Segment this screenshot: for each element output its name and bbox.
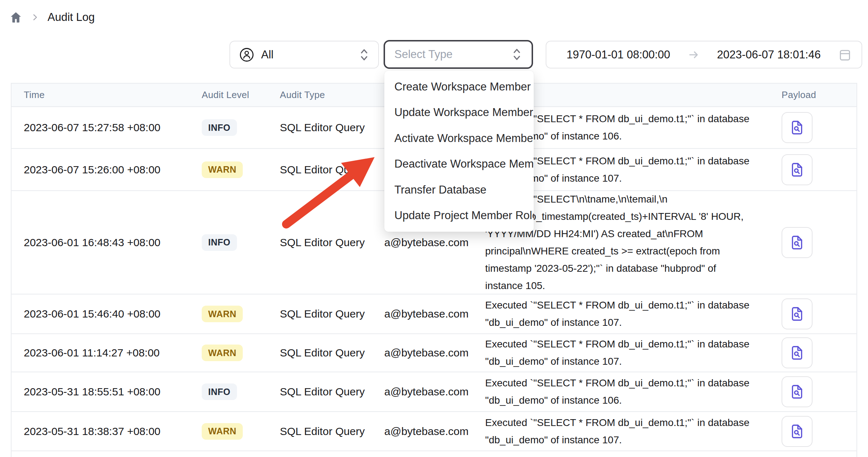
- type-option-update-workspace-member[interactable]: Update Workspace Member: [384, 100, 534, 126]
- payload-view-button[interactable]: [782, 416, 813, 447]
- file-search-icon: [789, 161, 805, 178]
- payload-view-button[interactable]: [782, 337, 813, 368]
- payload-view-button[interactable]: [782, 112, 813, 143]
- file-search-icon: [789, 423, 805, 440]
- cell-audit-type: SQL Editor Query: [280, 425, 384, 438]
- breadcrumb: Audit Log: [9, 9, 95, 26]
- audit-type-select[interactable]: Select Type: [384, 40, 533, 69]
- chevron-up-down-icon: [359, 47, 370, 63]
- file-search-icon: [789, 345, 805, 361]
- cell-time: 2023-06-01 11:14:27 +08:00: [12, 347, 202, 359]
- cell-audit-type: SQL Editor Query: [280, 121, 384, 134]
- cell-audit-type: SQL Editor Query: [280, 164, 384, 176]
- breadcrumb-chevron-icon: [30, 13, 40, 22]
- payload-view-button[interactable]: [782, 154, 813, 185]
- table-row: 2023-05-31 18:38:37 +08:00 WARN SQL Edit…: [12, 412, 856, 451]
- file-search-icon: [789, 383, 805, 400]
- type-option-deactivate-workspace-member[interactable]: Deactivate Workspace Member: [384, 151, 534, 177]
- table-row: 2023-06-01 15:46:40 +08:00 WARN SQL Edit…: [12, 294, 856, 334]
- payload-view-button[interactable]: [782, 376, 813, 407]
- cell-time: 2023-06-01 15:46:40 +08:00: [12, 308, 202, 320]
- table-row: 2023-06-01 11:14:27 +08:00 WARN SQL Edit…: [12, 334, 856, 372]
- audit-level-badge: WARN: [202, 306, 243, 322]
- cell-comment: Executed `"SELECT * FROM db_ui_demo.t1;"…: [485, 374, 768, 409]
- cell-actor: a@bytebase.com: [384, 386, 485, 398]
- calendar-icon[interactable]: [838, 48, 852, 62]
- file-search-icon: [789, 306, 805, 322]
- cell-actor: a@bytebase.com: [384, 308, 485, 320]
- cell-audit-type: SQL Editor Query: [280, 347, 384, 359]
- type-option-transfer-database[interactable]: Transfer Database: [384, 177, 534, 203]
- arrow-right-icon: [688, 49, 700, 61]
- col-header-level: Audit Level: [202, 89, 280, 101]
- audit-level-badge: WARN: [202, 345, 243, 361]
- cell-time: 2023-06-01 16:48:43 +08:00: [12, 236, 202, 249]
- cell-actor: a@bytebase.com: [384, 425, 485, 438]
- date-range-picker[interactable]: 1970-01-01 08:00:00 2023-06-07 18:01:46: [546, 41, 862, 68]
- audit-level-badge: INFO: [202, 119, 237, 136]
- audit-level-badge: INFO: [202, 383, 237, 400]
- audit-log-page: Audit Log All Select Type 1970-01-01 08:…: [0, 0, 868, 457]
- col-header-payload: Payload: [768, 89, 856, 101]
- date-range-start[interactable]: 1970-01-01 08:00:00: [567, 48, 670, 61]
- table-row: 2023-05-31 18:55:51 +08:00 INFO SQL Edit…: [12, 372, 856, 412]
- date-range-end[interactable]: 2023-06-07 18:01:46: [717, 48, 821, 61]
- cell-audit-type: SQL Editor Query: [280, 386, 384, 398]
- chevron-up-down-icon: [511, 46, 522, 62]
- cell-comment: Executed `"SELECT * FROM db_ui_demo.t1;"…: [485, 297, 768, 331]
- actor-filter-value: All: [261, 48, 273, 61]
- table-row-partial: [12, 451, 856, 457]
- cell-actor: a@bytebase.com: [384, 236, 485, 249]
- file-search-icon: [789, 234, 805, 251]
- audit-level-badge: INFO: [202, 234, 237, 251]
- cell-audit-type: SQL Editor Query: [280, 236, 384, 249]
- cell-comment: Executed `"SELECT * FROM db_ui_demo.t1;"…: [485, 336, 768, 370]
- type-option-activate-workspace-member[interactable]: Activate Workspace Member: [384, 125, 534, 151]
- person-circle-icon: [239, 47, 255, 63]
- type-option-update-project-member-role[interactable]: Update Project Member Role: [384, 203, 534, 229]
- home-icon[interactable]: [9, 11, 22, 24]
- payload-view-button[interactable]: [782, 298, 813, 329]
- audit-level-badge: WARN: [202, 161, 243, 178]
- audit-level-badge: WARN: [202, 423, 243, 440]
- cell-comment: Executed `"SELECT * FROM db_ui_demo.t1;"…: [485, 414, 768, 449]
- cell-time: 2023-05-31 18:55:51 +08:00: [12, 386, 202, 398]
- col-header-type: Audit Type: [280, 89, 384, 101]
- audit-type-dropdown-menu: Create Workspace Member Update Workspace…: [384, 71, 534, 232]
- page-title: Audit Log: [48, 11, 95, 24]
- actor-filter-select[interactable]: All: [229, 41, 379, 68]
- audit-type-placeholder: Select Type: [394, 48, 452, 61]
- col-header-time: Time: [12, 89, 202, 101]
- payload-view-button[interactable]: [782, 227, 813, 258]
- cell-time: 2023-06-07 15:26:00 +08:00: [12, 164, 202, 176]
- file-search-icon: [789, 119, 805, 136]
- cell-audit-type: SQL Editor Query: [280, 308, 384, 320]
- cell-time: 2023-06-07 15:27:58 +08:00: [12, 121, 202, 134]
- cell-time: 2023-05-31 18:38:37 +08:00: [12, 425, 202, 438]
- type-option-create-workspace-member[interactable]: Create Workspace Member: [384, 74, 534, 100]
- cell-actor: a@bytebase.com: [384, 347, 485, 359]
